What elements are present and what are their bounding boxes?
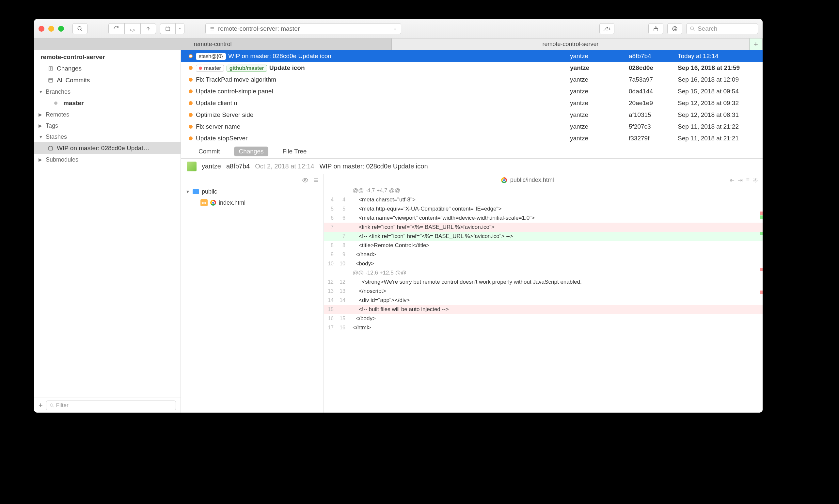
fetch-button[interactable] bbox=[108, 23, 124, 34]
search-field[interactable]: Search bbox=[686, 23, 758, 34]
svg-point-10 bbox=[50, 403, 53, 406]
svg-point-4 bbox=[674, 28, 675, 29]
commit-row[interactable]: Update stopServeryantzef33279fSep 11, 20… bbox=[181, 132, 763, 144]
chrome-icon bbox=[501, 177, 507, 183]
commit-row[interactable]: Fix server nameyantze5f207c3Sep 11, 2018… bbox=[181, 121, 763, 132]
commit-list: stash@{0} WIP on master: 028cd0e Update … bbox=[181, 50, 763, 144]
detail-tabs: Commit Changes File Tree bbox=[181, 144, 763, 159]
diff-header: public/index.html ⇤ ⇥ ≡ bbox=[324, 174, 763, 186]
sidebar-section-stashes[interactable]: ▼Stashes bbox=[34, 131, 180, 142]
diff-tool-icon[interactable]: ⇤ bbox=[730, 177, 734, 184]
sidebar-item-changes[interactable]: Changes bbox=[34, 63, 180, 74]
diff-line: 1212 <strong>We're sorry but remote cont… bbox=[324, 277, 763, 287]
detail-tab-commit[interactable]: Commit bbox=[194, 147, 224, 156]
tab-remote-control[interactable]: remote-control bbox=[34, 38, 392, 50]
sidebar-section-submodules[interactable]: ▶Submodules bbox=[34, 154, 180, 165]
sidebar: remote-control-server Changes All Commit… bbox=[34, 50, 181, 413]
stash-group bbox=[160, 23, 184, 34]
detail-tab-file-tree[interactable]: File Tree bbox=[278, 147, 311, 156]
emoji-button[interactable] bbox=[667, 23, 682, 34]
commit-detail-header: yantze a8fb7b4 Oct 2, 2018 at 12:14 WIP … bbox=[181, 159, 763, 174]
svg-rect-8 bbox=[49, 78, 53, 82]
commit-row[interactable]: Update client uiyantze20ae1e9Sep 12, 201… bbox=[181, 97, 763, 109]
file-tree-file[interactable]: ••• index.html bbox=[181, 197, 323, 208]
diff-line: 66 <meta name="viewport" content="width=… bbox=[324, 214, 763, 222]
sidebar-section-branches[interactable]: ▼Branches bbox=[34, 86, 180, 97]
diff-tool-icon[interactable]: ≡ bbox=[746, 177, 750, 183]
diff-line: 1010 <body> bbox=[324, 259, 763, 268]
preview-icon[interactable] bbox=[302, 177, 308, 183]
svg-rect-1 bbox=[166, 27, 170, 31]
commit-row[interactable]: Update control-simple panelyantze0da4144… bbox=[181, 86, 763, 97]
diff-settings-icon[interactable] bbox=[753, 178, 758, 183]
pull-button[interactable] bbox=[124, 23, 140, 34]
diff-line: 99 </head> bbox=[324, 250, 763, 259]
detail-tab-changes[interactable]: Changes bbox=[234, 147, 268, 156]
commit-hash: a8fb7b4 bbox=[226, 163, 250, 170]
commit-row[interactable]: stash@{0} WIP on master: 028cd0e Update … bbox=[181, 50, 763, 62]
close-window-button[interactable] bbox=[38, 26, 44, 32]
diff-line: @@ -4,7 +4,7 @@ bbox=[324, 186, 763, 195]
diff-line: 1313 </noscript> bbox=[324, 287, 763, 296]
sidebar-repo-title: remote-control-server bbox=[34, 50, 180, 63]
diff-line: 7 <link rel="icon" href="<%= BASE_URL %>… bbox=[324, 222, 763, 232]
diff-line: @@ -12,6 +12,5 @@ bbox=[324, 268, 763, 277]
sidebar-section-remotes[interactable]: ▶Remotes bbox=[34, 109, 180, 120]
sidebar-branch-master[interactable]: master bbox=[34, 97, 180, 109]
diff-file-path: public/index.html bbox=[510, 177, 554, 183]
diff-line: 88 <title>Remote Control</title> bbox=[324, 241, 763, 250]
sidebar-section-tags[interactable]: ▶Tags bbox=[34, 120, 180, 131]
sidebar-stash-item[interactable]: WIP on master: 028cd0e Updat… bbox=[34, 142, 180, 154]
svg-point-11 bbox=[305, 179, 306, 181]
modified-badge: ••• bbox=[200, 199, 208, 206]
chrome-icon bbox=[210, 200, 216, 206]
add-icon[interactable]: + bbox=[38, 401, 43, 410]
commit-row[interactable]: Fix TrackPad move algorithmyantze7a53a97… bbox=[181, 74, 763, 86]
commit-author: yantze bbox=[202, 163, 221, 170]
diff-line: 1716</html> bbox=[324, 323, 763, 332]
diff-line: 1414 <div id="app"></div> bbox=[324, 296, 763, 305]
app-window: remote-control-server: master ⎇+ Search … bbox=[34, 19, 763, 413]
list-icon[interactable] bbox=[313, 177, 319, 183]
diff-line: 7 <!-- <link rel="icon" href="<%= BASE_U… bbox=[324, 232, 763, 241]
commit-message: WIP on master: 028cd0e Update icon bbox=[319, 163, 428, 170]
diff-line: 15 <!-- built files will be auto injecte… bbox=[324, 305, 763, 314]
diff-line: 44 <meta charset="utf-8"> bbox=[324, 195, 763, 204]
commit-row[interactable]: Optimize Server sideyantzeaf10315Sep 12,… bbox=[181, 109, 763, 121]
svg-point-0 bbox=[78, 26, 81, 30]
sidebar-item-all-commits[interactable]: All Commits bbox=[34, 74, 180, 86]
commit-time: Oct 2, 2018 at 12:14 bbox=[255, 163, 314, 170]
push-button[interactable] bbox=[140, 23, 156, 34]
commit-row[interactable]: master github/master Update iconyantze02… bbox=[181, 62, 763, 74]
stash-button[interactable] bbox=[160, 23, 175, 34]
svg-point-5 bbox=[675, 28, 676, 29]
filter-input[interactable]: Filter bbox=[46, 400, 176, 410]
breadcrumb-label: remote-control-server: master bbox=[218, 25, 300, 32]
new-branch-button[interactable]: ⎇+ bbox=[600, 23, 614, 34]
branch-selector[interactable]: remote-control-server: master bbox=[206, 23, 401, 34]
window-controls bbox=[38, 26, 64, 32]
diff-pane: public/index.html ⇤ ⇥ ≡ @@ -4,7 +4, bbox=[324, 174, 763, 413]
svg-rect-9 bbox=[49, 147, 53, 150]
file-tree-folder[interactable]: ▼ public bbox=[181, 186, 323, 197]
diff-line: 55 <meta http-equiv="X-UA-Compatible" co… bbox=[324, 204, 763, 214]
search-placeholder: Search bbox=[698, 25, 717, 32]
stash-dropdown[interactable] bbox=[175, 23, 184, 34]
share-button[interactable] bbox=[648, 23, 663, 34]
minimize-window-button[interactable] bbox=[48, 26, 54, 32]
tab-add[interactable]: + bbox=[750, 38, 763, 50]
avatar bbox=[187, 162, 197, 172]
search-toolbar-button[interactable] bbox=[72, 23, 88, 34]
diff-line: 1615 </body> bbox=[324, 314, 763, 323]
file-tree-toolbar bbox=[181, 174, 323, 186]
zoom-window-button[interactable] bbox=[58, 26, 64, 32]
fetch-pull-push-group bbox=[108, 23, 156, 34]
svg-point-6 bbox=[691, 27, 693, 30]
tab-remote-control-server[interactable]: remote-control-server bbox=[392, 38, 750, 50]
file-tree: ▼ public ••• index.html bbox=[181, 174, 324, 413]
folder-icon bbox=[193, 189, 199, 194]
titlebar: remote-control-server: master ⎇+ Search bbox=[34, 19, 763, 38]
repo-tabs: remote-control remote-control-server + bbox=[34, 38, 763, 50]
diff-tool-icon[interactable]: ⇥ bbox=[738, 177, 743, 184]
svg-point-3 bbox=[673, 26, 677, 31]
